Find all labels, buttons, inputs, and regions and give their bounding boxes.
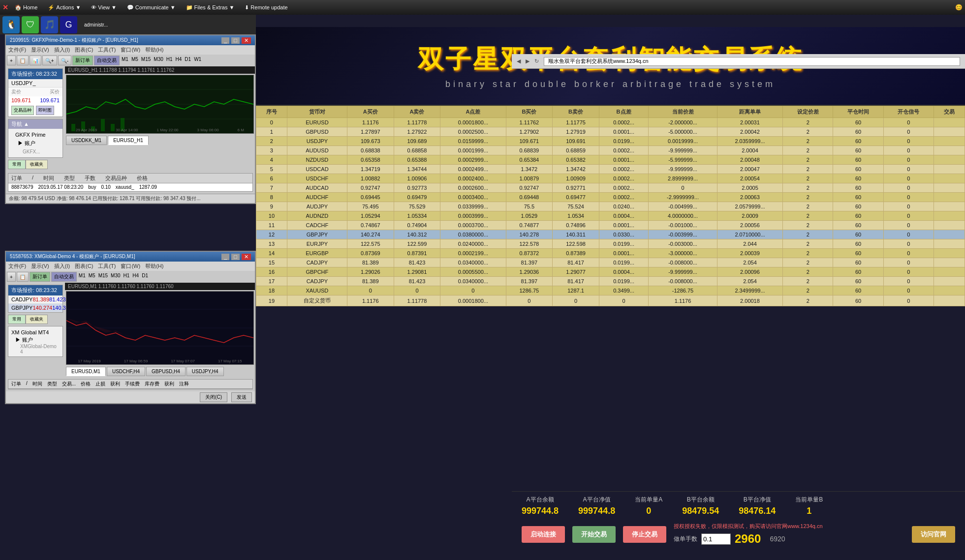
zoom-out-btn[interactable]: 🔍- — [58, 56, 71, 65]
m1-tab-2[interactable]: M1 — [78, 272, 87, 282]
nav-account[interactable]: ▶ 账户 — [10, 139, 61, 148]
tab-favorites-1[interactable]: 收藏夹 — [26, 160, 48, 169]
stop-trade-button[interactable]: 停止交易 — [623, 526, 666, 543]
start-trade-button[interactable]: 开始交易 — [572, 526, 616, 543]
m15-tab[interactable]: M15 — [140, 56, 152, 65]
gkfx-icon[interactable]: G — [60, 16, 77, 33]
tab-usddkk-m1[interactable]: USDDKK_M1 — [66, 136, 107, 145]
menu-view-1[interactable]: 显示(V) — [31, 46, 49, 54]
menu-chart-1[interactable]: 图表(C) — [75, 46, 93, 54]
lot-input[interactable] — [701, 533, 731, 545]
table-row[interactable]: 14EURGBP0.873690.873910.0002199...0.8737… — [256, 249, 965, 258]
menu-chart-2[interactable]: 图表(C) — [75, 263, 93, 270]
mw-row-gbpjpy[interactable]: GBPJPY 140.274 140.312 — [8, 304, 62, 312]
menu-tools-2[interactable]: 工具(T) — [98, 263, 116, 270]
table-row[interactable]: 16GBPCHF1.290261.290810.0005500...1.2903… — [256, 267, 965, 277]
order-row-88873679[interactable]: 88873679 2019.05.17 08:23:20 buy 0.10 xa… — [8, 183, 252, 191]
menu-help-2[interactable]: 帮助(H) — [145, 263, 163, 270]
auto-trade-btn-2[interactable]: 自动交易 — [51, 272, 77, 282]
tencent-qq-icon[interactable]: 🐧 — [2, 16, 20, 33]
new-order-btn-2[interactable]: 新订单 — [30, 272, 50, 282]
start-connect-button[interactable]: 启动连接 — [522, 526, 565, 543]
communicate-button[interactable]: 💬 Communicate ▼ — [123, 3, 180, 12]
url-bar[interactable] — [544, 57, 960, 66]
nav-xm[interactable]: XM Global MT4 — [10, 328, 61, 336]
menu-help-1[interactable]: 帮助(H) — [145, 46, 163, 54]
tab-common-1[interactable]: 常用 — [8, 160, 26, 169]
table-row[interactable]: 2USDJPY109.673109.6890.0159999...109.671… — [256, 137, 965, 146]
kuwo-music-icon[interactable]: 🎵 — [41, 16, 58, 33]
zoom-in-btn[interactable]: 🔍+ — [42, 56, 57, 65]
mt4-minimize-1[interactable]: _ — [221, 37, 229, 44]
close-button[interactable]: ✕ — [2, 3, 8, 11]
mw-row-usdjpy[interactable]: USDJPY_ — [8, 79, 62, 88]
table-row[interactable]: 19自定义货币1.11761.117780.0001800...0001.117… — [256, 295, 965, 306]
m15-tab-2[interactable]: M15 — [97, 272, 109, 282]
new-chart-btn[interactable]: + — [7, 56, 16, 65]
mt4-maximize-2[interactable]: □ — [231, 254, 240, 260]
forward-btn[interactable]: ▶ — [526, 58, 529, 64]
new-order-btn[interactable]: 新订单 — [72, 56, 93, 65]
table-row[interactable]: 1GBPUSD1.278971.279220.0002500...1.27902… — [256, 127, 965, 137]
w1-tab[interactable]: W1 — [193, 56, 202, 65]
trade-types-btn[interactable]: 交易品种 — [11, 106, 34, 115]
table-row[interactable]: 3AUDUSD0.688380.688580.0001999...0.68839… — [256, 146, 965, 155]
table-row[interactable]: 6USDCHF1.008821.009060.0002400...1.00879… — [256, 174, 965, 183]
tab-eurusd-m1[interactable]: EURUSD,M1 — [66, 367, 106, 376]
table-row[interactable]: 15CADJPY81.38981.4230.0340000...81.39781… — [256, 258, 965, 267]
table-row[interactable]: 12GBPJPY140.274140.3120.0380000...140.27… — [256, 230, 965, 239]
remote-update-button[interactable]: ⬇ Remote update — [241, 3, 291, 12]
nav-account-2[interactable]: ▶ 账户 — [10, 336, 61, 344]
nav-gkfx2[interactable]: GKFX... — [10, 148, 61, 155]
d1-tab-2[interactable]: D1 — [141, 272, 149, 282]
menu-tools-1[interactable]: 工具(T) — [98, 46, 116, 54]
nav-gkfx[interactable]: GKFX Prime — [10, 131, 61, 139]
m1-tab[interactable]: M1 — [121, 56, 129, 65]
new-chart-btn-2[interactable]: + — [7, 272, 16, 282]
home-button[interactable]: 🏠 Home — [11, 3, 41, 12]
back-btn[interactable]: ◀ — [517, 58, 521, 64]
menu-insert-1[interactable]: 插入(I) — [54, 46, 70, 54]
menu-view-2[interactable]: 显示(V) — [31, 263, 49, 270]
auto-trade-btn[interactable]: 自动交易 — [94, 56, 120, 65]
mt4-close-1[interactable]: ✕ — [242, 37, 251, 44]
nav-demo[interactable]: XMGlobal-Demo 4 — [10, 344, 61, 354]
tab-common-2[interactable]: 常用 — [8, 315, 26, 324]
table-row[interactable]: 7AUDCAD0.927470.927730.0002600...0.92747… — [256, 183, 965, 193]
m30-tab[interactable]: M30 — [153, 56, 164, 65]
refresh-btn[interactable]: ↻ — [534, 58, 539, 64]
files-extras-button[interactable]: 📁 Files & Extras ▼ — [182, 3, 239, 12]
tab-gbpusd-h4[interactable]: GBPUSD,H4 — [146, 367, 186, 376]
menu-file-2[interactable]: 文件(F) — [8, 263, 26, 270]
send-btn-2[interactable]: 发送 — [231, 392, 252, 402]
table-row[interactable]: 9AUDJPY75.49575.5290.0339999...75.575.52… — [256, 202, 965, 211]
chart-area-1[interactable]: 29 Apr 201930 Apr 14:001 May 22:003 May … — [66, 75, 254, 134]
actions-button[interactable]: ⚡ Actions ▼ — [44, 3, 85, 12]
instant-chart-btn[interactable]: 即时图 — [36, 106, 54, 115]
table-row[interactable]: 0EURUSD1.11761.117780.0001800...1.117621… — [256, 118, 965, 127]
h1-tab-2[interactable]: H1 — [123, 272, 131, 282]
close-btn-2[interactable]: 关闭(C) — [200, 392, 227, 402]
table-row[interactable]: 17CADJPY81.38981.4230.0340000...81.39781… — [256, 277, 965, 286]
menu-window-1[interactable]: 窗口(W) — [121, 46, 140, 54]
table-row[interactable]: 4NZDUSD0.653580.653880.0002999...0.65384… — [256, 155, 965, 165]
360-software-icon[interactable]: 🛡 — [22, 16, 39, 33]
d1-tab[interactable]: D1 — [184, 56, 192, 65]
menu-insert-2[interactable]: 插入(I) — [54, 263, 70, 270]
table-row[interactable]: 13EURJPY122.575122.5990.0240000...122.57… — [256, 239, 965, 249]
mw-row-cadjpy[interactable]: CADJPY 81.389 81.423 — [8, 295, 62, 304]
mt4-close-2[interactable]: ✕ — [242, 254, 251, 260]
h4-tab[interactable]: H4 — [175, 56, 183, 65]
view-button[interactable]: 👁 View ▼ — [87, 3, 121, 12]
table-row[interactable]: 8AUDCHF0.694450.694790.0003400...0.69448… — [256, 193, 965, 202]
tab-usdchf-h4[interactable]: USDCHF,H4 — [107, 367, 145, 376]
tab-usdjpy-h4[interactable]: USDJPY,H4 — [187, 367, 224, 376]
table-row[interactable]: 10AUDNZD1.052941.053340.0003999...1.0529… — [256, 211, 965, 221]
visit-website-button[interactable]: 访问官网 — [912, 526, 955, 543]
m5-tab[interactable]: M5 — [130, 56, 139, 65]
templates-btn[interactable]: 📋 — [17, 56, 29, 65]
templates-btn-2[interactable]: 📋 — [17, 272, 29, 282]
mt4-maximize-1[interactable]: □ — [231, 37, 240, 44]
table-row[interactable]: 11CADCHF0.748670.749040.0003700...0.7487… — [256, 221, 965, 230]
h4-tab-2[interactable]: H4 — [131, 272, 140, 282]
